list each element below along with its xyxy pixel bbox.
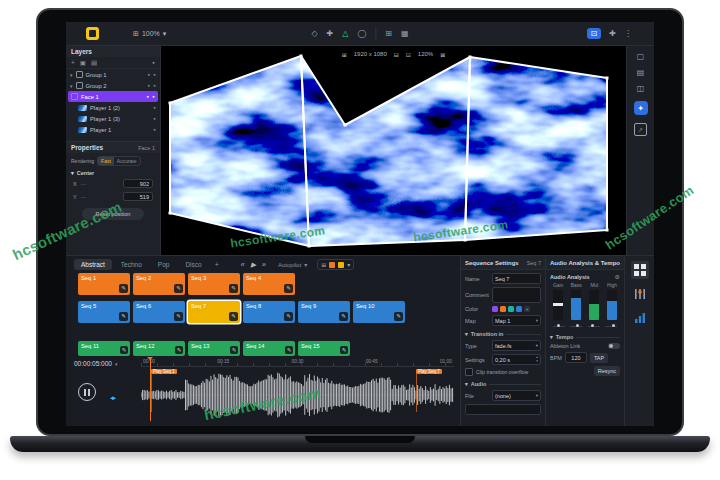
add-color-swatch[interactable]: + (524, 306, 530, 312)
edit-sequence-button[interactable]: ✎ (394, 312, 403, 321)
output-window-icon[interactable]: ▢ (637, 53, 645, 61)
visibility-toggle[interactable]: ● (153, 116, 156, 121)
more-menu-icon[interactable]: ⋮ (624, 29, 632, 38)
fit-view-icon[interactable]: ⊠ (440, 51, 445, 58)
sequence-pad[interactable]: Seq 5✎ (78, 301, 130, 323)
timeline-marker[interactable]: Play Seq 7 (416, 369, 442, 374)
chevron-down-icon[interactable]: ▾ (71, 170, 74, 176)
sequence-pad[interactable]: Seq 14✎ (243, 341, 295, 356)
panels-icon[interactable]: ▤ (637, 69, 645, 77)
sliders-view-button[interactable] (631, 285, 649, 303)
add-bank-button[interactable]: + (211, 259, 223, 270)
edit-sequence-button[interactable]: ✎ (174, 284, 183, 293)
zoom-in-icon[interactable]: ⊡ (406, 51, 411, 58)
columns-icon[interactable]: ◫ (637, 85, 645, 93)
timeline-marker[interactable]: Play Seq 1 (151, 369, 177, 374)
map-select[interactable]: Map 1 ▾ (492, 315, 541, 326)
tab-pop[interactable]: Pop (151, 259, 177, 270)
gain-slider-knob[interactable] (553, 303, 563, 306)
previous-icon[interactable]: « (241, 261, 245, 269)
tap-tempo-button[interactable]: TAP (590, 353, 608, 363)
layer-list-button[interactable]: ▤ (91, 59, 97, 67)
name-field[interactable]: Seq 7 (492, 273, 541, 284)
layer-item-player1-2[interactable]: Player 1 (2) ● (66, 102, 160, 113)
visibility-toggle[interactable]: ● (147, 94, 150, 99)
sequence-pad[interactable]: Seq 3✎ (188, 273, 240, 295)
sequence-pad[interactable]: Seq 15✎ (298, 341, 350, 356)
layer-item-player1-3[interactable]: Player 1 (3) ● (66, 113, 160, 124)
sequence-pad[interactable]: Seq 9✎ (298, 301, 350, 323)
y-value-field[interactable]: 519 (123, 192, 153, 201)
sequence-pad[interactable]: Seq 2✎ (133, 273, 185, 295)
next-icon[interactable]: » (262, 261, 266, 269)
sequence-pad[interactable]: Seq 4✎ (243, 273, 295, 295)
app-logo[interactable] (86, 27, 99, 40)
bpm-field[interactable]: 120 (565, 352, 587, 363)
color-swatch[interactable] (500, 306, 506, 312)
zoom-out-icon[interactable]: ⊟ (394, 51, 399, 58)
gain-meter[interactable]: Gain (553, 283, 563, 320)
lock-toggle[interactable]: ● (153, 72, 156, 77)
transition-duration-field[interactable]: 0,20 s ▴▾ (492, 354, 541, 365)
ableton-link-toggle[interactable] (608, 343, 620, 349)
grid-icon[interactable]: ⊞ (342, 51, 347, 58)
meters-view-button[interactable] (631, 309, 649, 327)
pause-button[interactable] (78, 383, 96, 401)
sensitivity-slider[interactable] (588, 323, 600, 329)
add-layer-button[interactable]: + (71, 59, 75, 66)
lock-toggle[interactable]: ● (153, 83, 156, 88)
comment-field[interactable] (492, 287, 541, 303)
chevron-down-icon[interactable]: ▾ (465, 381, 468, 387)
play-icon[interactable]: ▶ (251, 261, 256, 269)
tab-abstract[interactable]: Abstract (74, 259, 112, 270)
visibility-toggle[interactable]: ● (153, 105, 156, 110)
chevron-down-icon[interactable]: ▾ (550, 334, 553, 340)
audio-waveform[interactable]: Play Seq 1 Play Seq 7 (141, 367, 454, 423)
visibility-toggle[interactable]: ● (148, 83, 151, 88)
triangle-tool-icon[interactable]: △ (342, 29, 348, 38)
library-badge[interactable]: ✦ (634, 101, 648, 115)
chevron-down-icon[interactable]: ▾ (70, 83, 73, 89)
transition-type-select[interactable]: fade.fs ▾ (492, 340, 541, 351)
display-options[interactable]: ⊞ ▾ (317, 259, 354, 270)
sequence-pad-selected[interactable]: Seq 7✎ (188, 301, 240, 323)
playhead[interactable] (150, 357, 151, 421)
ui-zoom-control[interactable]: ⊞ 100% ▾ (133, 30, 166, 38)
color-swatch[interactable] (516, 306, 522, 312)
grid-view-button[interactable] (631, 261, 649, 279)
clip-overflow-checkbox[interactable] (465, 368, 473, 376)
sequence-pad[interactable]: Seq 13✎ (188, 341, 240, 356)
edit-sequence-button[interactable]: ✎ (229, 312, 238, 321)
sequence-pad[interactable]: Seq 6✎ (133, 301, 185, 323)
chevron-down-icon[interactable]: ▾ (70, 72, 73, 78)
chevron-down-icon[interactable]: ▾ (465, 331, 468, 337)
sensitivity-slider[interactable] (570, 323, 582, 329)
layer-item-group2[interactable]: ▾ Group 2 ●● (66, 80, 160, 91)
edit-sequence-button[interactable]: ✎ (119, 284, 128, 293)
layer-item-player1[interactable]: Player 1 ● (66, 124, 160, 135)
layer-item-face1[interactable]: Face 1 ●● (68, 91, 158, 102)
timecode-display[interactable]: 00:00:05:000 ▾ (74, 360, 117, 367)
autopilot-dropdown[interactable]: Autopilot ▾ (278, 261, 307, 268)
color-swatch[interactable] (492, 306, 498, 312)
sequence-pad[interactable]: Seq 10✎ (353, 301, 405, 323)
stepper-arrows[interactable]: ▴▾ (536, 356, 538, 363)
bass-meter[interactable]: Bass (571, 283, 582, 320)
visibility-all-toggle[interactable]: ● (152, 60, 155, 65)
edit-sequence-button[interactable]: ✎ (230, 346, 238, 354)
mapping-canvas[interactable]: ⊞ 1920 x 1080 ⊟ ⊡ 120% ⊠ (161, 46, 626, 255)
crosshair-icon[interactable]: ✚ (609, 29, 616, 38)
sequence-pad[interactable]: Seq 12✎ (133, 341, 185, 356)
mapped-video-preview[interactable] (161, 46, 626, 255)
edit-sequence-button[interactable]: ✎ (284, 284, 293, 293)
layer-item-group1[interactable]: ▾ Group 1 ●● (66, 69, 160, 80)
add-shape-icon[interactable]: ✚ (327, 29, 334, 38)
x-value-field[interactable]: 902 (123, 179, 153, 188)
edit-sequence-button[interactable]: ✎ (175, 346, 183, 354)
tab-disco[interactable]: Disco (178, 259, 208, 270)
edit-sequence-button[interactable]: ✎ (284, 312, 293, 321)
audio-file-select[interactable]: (none) ▾ (492, 390, 541, 401)
edit-sequence-button[interactable]: ✎ (119, 312, 128, 321)
clipped-field[interactable] (465, 404, 541, 415)
mid-meter[interactable]: Mid (589, 283, 599, 320)
